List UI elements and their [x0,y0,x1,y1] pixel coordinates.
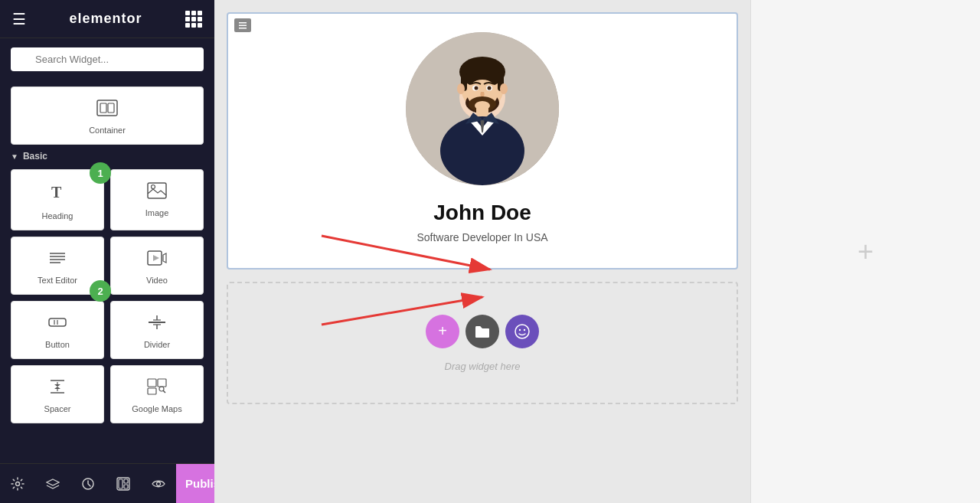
widget-button[interactable]: Button [11,301,104,359]
text-editor-label: Text Editor [38,276,77,285]
heading-icon: T [47,182,67,207]
image-icon [147,182,167,204]
drop-zone: + Drag widget here [227,282,738,404]
gallery-label: Google Maps [132,404,181,413]
add-widget-button[interactable]: + [426,315,459,348]
video-label: Video [146,276,168,285]
widget-heading[interactable]: T Heading 1 [11,169,104,230]
profile-card: John Doe Software Developer In USA [227,12,738,269]
widget-container[interactable]: Container [11,87,204,145]
container-icon [96,100,118,121]
bottom-bar: Publish ▲ [0,463,214,503]
svg-line-30 [163,390,165,393]
badge-2: 2 [90,280,111,302]
section-basic-label: ▼ Basic [11,151,204,162]
history-button[interactable] [70,464,106,504]
widgets-area: Container ▼ Basic T Heading 1 [0,80,214,463]
elementor-logo: elementor [69,11,142,27]
svg-rect-35 [124,479,128,483]
svg-rect-34 [119,479,122,488]
svg-rect-2 [108,103,114,113]
divider-icon [147,314,167,335]
sidebar: ☰ elementor 🔍 Container [0,0,214,503]
svg-point-37 [157,482,161,485]
widget-divider[interactable]: Divider [110,301,204,359]
drop-text: Drag widget here [445,361,521,372]
folder-button[interactable] [466,315,499,348]
template-button[interactable] [106,464,141,504]
svg-rect-36 [124,485,128,488]
eye-button[interactable] [141,464,176,504]
svg-rect-40 [239,28,247,29]
widget-video[interactable]: Video [110,237,204,295]
search-area: 🔍 [0,38,214,80]
svg-marker-11 [153,255,159,261]
person-name: John Doe [433,201,531,225]
heading-label: Heading [42,211,74,220]
search-input[interactable] [11,47,204,71]
right-panel: + [750,0,980,503]
basic-widgets-grid: T Heading 1 Image [11,169,204,423]
svg-rect-28 [148,388,156,394]
button-icon [47,314,67,335]
right-panel-plus: + [858,236,874,268]
sidebar-header: ☰ elementor [0,0,214,38]
svg-rect-4 [148,183,166,198]
svg-marker-24 [54,384,60,387]
svg-rect-26 [148,379,156,387]
widget-gallery[interactable]: Google Maps [110,365,204,423]
person-title: Software Developer In USA [416,231,547,243]
section-chevron: ▼ [11,152,18,161]
container-label: Container [89,126,126,135]
svg-point-48 [500,83,508,94]
divider-label: Divider [144,340,170,349]
svg-text:T: T [51,184,62,201]
main-canvas: John Doe Software Developer In USA + [214,0,750,503]
layers-button[interactable] [35,464,70,504]
svg-point-31 [16,482,20,485]
widget-spacer[interactable]: Spacer [11,365,104,423]
svg-point-61 [524,328,525,330]
svg-rect-39 [239,25,247,27]
hamburger-icon[interactable]: ☰ [12,10,26,28]
drop-buttons: + [426,315,539,348]
image-label: Image [145,208,169,217]
text-editor-icon [47,250,67,271]
svg-point-54 [488,87,492,90]
settings-button[interactable] [0,464,35,504]
svg-point-47 [457,83,465,94]
spacer-icon [47,378,67,400]
card-handle[interactable] [234,18,251,32]
grid-icon[interactable] [185,11,202,28]
svg-marker-25 [54,387,60,389]
widget-image[interactable]: Image [110,169,204,230]
svg-rect-1 [100,103,106,113]
gallery-icon [147,378,167,400]
emoji-button[interactable] [505,315,539,348]
svg-point-60 [519,328,521,330]
spacer-label: Spacer [44,404,71,413]
button-label: Button [45,340,70,349]
video-icon [147,250,167,271]
avatar [406,32,559,185]
badge-1: 1 [90,162,111,184]
svg-point-5 [152,185,155,189]
widget-text-editor[interactable]: Text Editor 2 [11,237,104,295]
svg-point-59 [515,325,529,338]
svg-rect-38 [239,22,247,24]
svg-rect-27 [158,379,166,387]
svg-point-52 [475,87,479,90]
bottom-icons [0,464,176,503]
